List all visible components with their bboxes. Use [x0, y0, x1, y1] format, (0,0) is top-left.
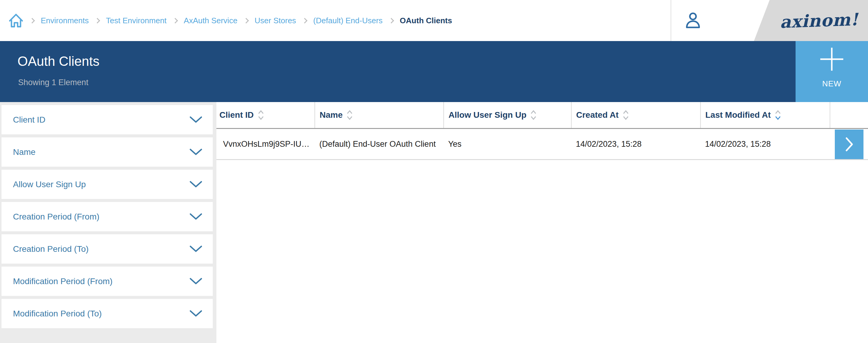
page-title: OAuth Clients: [18, 54, 99, 69]
new-button[interactable]: NEW: [796, 41, 868, 102]
filter-label: Creation Period (To): [13, 244, 89, 254]
cell-last-modified-at: 14/02/2023, 15:28: [701, 129, 830, 159]
sort-up-down-icon: [775, 110, 781, 121]
filter-modification-period-from[interactable]: Modification Period (From): [1, 267, 213, 296]
sort-up-down-icon: [258, 110, 264, 121]
axinom-logo-text: axinom!: [780, 9, 859, 32]
home-icon[interactable]: [8, 13, 24, 28]
chevron-down-icon: [189, 148, 203, 156]
chevron-down-icon: [189, 310, 203, 317]
cell-created-at: 14/02/2023, 15:28: [571, 129, 701, 159]
filter-modification-period-to[interactable]: Modification Period (To): [1, 299, 213, 328]
breadcrumb-item-default-end-users[interactable]: (Default) End-Users: [313, 16, 383, 25]
chevron-right-icon: [302, 18, 307, 23]
cell-name: (Default) End-User OAuth Client: [315, 129, 444, 159]
breadcrumb-item-axauth-service[interactable]: AxAuth Service: [184, 16, 238, 25]
filter-allow-user-sign-up[interactable]: Allow User Sign Up: [1, 170, 213, 199]
filter-creation-period-to[interactable]: Creation Period (To): [1, 234, 213, 263]
topbar: Environments Test Environment AxAuth Ser…: [0, 0, 868, 41]
row-open-button[interactable]: [835, 129, 864, 159]
page-subtitle: Showing 1 Element: [18, 78, 88, 87]
breadcrumb-item-test-environment[interactable]: Test Environment: [106, 16, 166, 25]
breadcrumb-item-oauth-clients-current: OAuth Clients: [400, 16, 452, 25]
column-label: Created At: [576, 110, 619, 120]
column-header-created-at[interactable]: Created At: [571, 102, 701, 128]
filter-client-id[interactable]: Client ID: [1, 105, 213, 134]
sort-up-down-icon: [623, 110, 629, 121]
sort-up-down-icon: [346, 110, 353, 121]
chevron-right-icon: [94, 18, 100, 23]
column-header-client-id[interactable]: Client ID: [216, 102, 315, 128]
chevron-right-icon: [845, 137, 853, 152]
chevron-right-icon: [29, 18, 35, 23]
column-header-name[interactable]: Name: [315, 102, 444, 128]
filter-name[interactable]: Name: [1, 137, 213, 167]
column-label: Last Modified At: [705, 110, 771, 120]
chevron-down-icon: [189, 278, 203, 285]
filter-label: Modification Period (From): [13, 277, 113, 286]
chevron-right-icon: [243, 18, 249, 23]
user-icon[interactable]: [684, 11, 702, 30]
page-header: OAuth Clients: [0, 41, 868, 102]
column-header-actions: [830, 102, 868, 128]
oauth-clients-table: Client ID Name Allow User Sign Up Create…: [216, 102, 868, 343]
column-label: Allow User Sign Up: [448, 110, 526, 120]
cell-allow-user-sign-up: Yes: [444, 129, 571, 159]
filter-label: Name: [13, 147, 36, 157]
chevron-down-icon: [189, 213, 203, 220]
table-header-row: Client ID Name Allow User Sign Up Create…: [216, 102, 868, 129]
filter-label: Allow User Sign Up: [13, 180, 86, 189]
breadcrumb: Environments Test Environment AxAuth Ser…: [8, 0, 452, 41]
filter-label: Client ID: [13, 115, 45, 125]
oauth-clients-page: Environments Test Environment AxAuth Ser…: [0, 0, 868, 343]
axinom-logo: axinom!: [754, 0, 868, 41]
sort-up-down-icon: [530, 110, 537, 121]
column-label: Name: [320, 110, 343, 120]
plus-icon: [819, 46, 844, 72]
filter-creation-period-from[interactable]: Creation Period (From): [1, 202, 213, 231]
chevron-down-icon: [189, 181, 203, 188]
cell-client-id: VvnxOHsLm9j9SP-IU…: [216, 129, 315, 159]
breadcrumb-item-environments[interactable]: Environments: [41, 16, 89, 25]
chevron-down-icon: [189, 116, 203, 124]
chevron-right-icon: [389, 18, 394, 23]
filter-sidebar: Client ID Name Allow User Sign Up Creati…: [0, 102, 216, 343]
chevron-right-icon: [172, 18, 178, 23]
filter-label: Creation Period (From): [13, 212, 99, 222]
new-button-label: NEW: [822, 79, 841, 89]
breadcrumb-item-user-stores[interactable]: User Stores: [255, 16, 296, 25]
chevron-down-icon: [189, 245, 203, 253]
column-header-last-modified-at[interactable]: Last Modified At: [701, 102, 830, 128]
column-header-allow-user-sign-up[interactable]: Allow User Sign Up: [444, 102, 571, 128]
filter-label: Modification Period (To): [13, 309, 102, 318]
table-row[interactable]: VvnxOHsLm9j9SP-IU… (Default) End-User OA…: [216, 129, 868, 160]
column-label: Client ID: [219, 110, 254, 120]
topbar-divider: [671, 0, 671, 41]
